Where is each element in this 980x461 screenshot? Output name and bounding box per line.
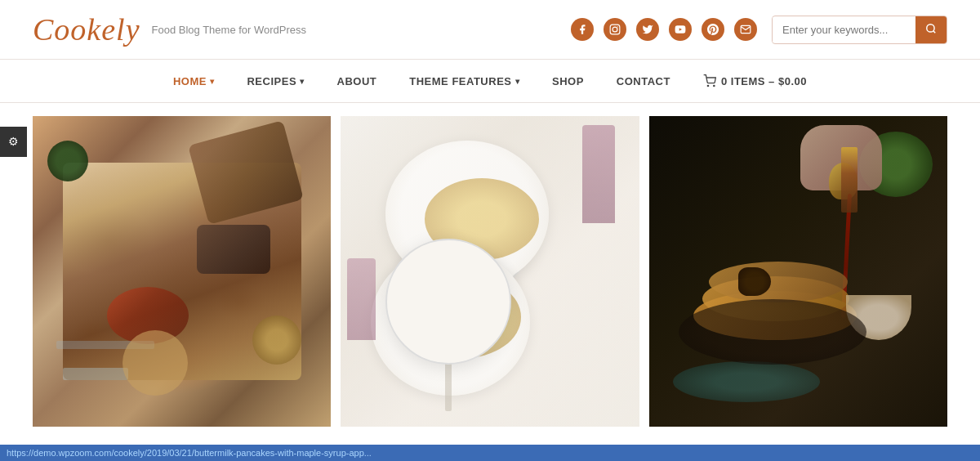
- settings-button[interactable]: ⚙: [0, 127, 27, 157]
- logo-area: Cookely Food Blog Theme for WordPress: [33, 11, 306, 47]
- social-icons: [571, 18, 757, 41]
- svg-point-7: [714, 85, 715, 86]
- svg-point-1: [612, 27, 617, 32]
- search-button[interactable]: [915, 16, 947, 43]
- nav-label-contact: CONTACT: [617, 75, 670, 87]
- nav-item-home[interactable]: HOME ▾: [157, 60, 231, 102]
- main-content: [0, 103, 980, 427]
- nav-label-about: ABOUT: [337, 75, 377, 87]
- nav-item-recipes[interactable]: RECIPES ▾: [230, 60, 320, 102]
- pinterest-icon[interactable]: [702, 18, 724, 41]
- svg-point-6: [707, 85, 708, 86]
- header-right: [571, 16, 947, 44]
- site-tagline: Food Blog Theme for WordPress: [152, 24, 307, 36]
- nav-label-home: HOME: [173, 75, 207, 87]
- site-header: Cookely Food Blog Theme for WordPress: [0, 0, 980, 59]
- nav-item-shop[interactable]: SHOP: [536, 60, 600, 102]
- cart-label: 0 ITEMS – $0.00: [721, 75, 807, 87]
- svg-point-2: [617, 26, 618, 27]
- svg-rect-0: [610, 25, 620, 34]
- nav-item-contact[interactable]: CONTACT: [600, 60, 687, 102]
- food-image-2[interactable]: [341, 116, 639, 427]
- site-logo[interactable]: Cookely: [33, 11, 140, 47]
- nav-label-shop: SHOP: [552, 75, 584, 87]
- chevron-down-icon: ▾: [210, 77, 215, 86]
- nav-label-recipes: RECIPES: [247, 75, 296, 87]
- food-image-1[interactable]: [33, 116, 331, 427]
- svg-line-5: [933, 30, 936, 33]
- food-image-3[interactable]: [649, 116, 947, 427]
- twitter-icon[interactable]: [636, 18, 659, 41]
- nav-cart[interactable]: 0 ITEMS – $0.00: [687, 60, 823, 102]
- nav-label-theme-features: THEME FEATURES: [409, 75, 511, 87]
- search-input[interactable]: [773, 17, 915, 43]
- nav-bar: HOME ▾ RECIPES ▾ ABOUT THEME FEATURES ▾ …: [0, 59, 980, 103]
- youtube-icon[interactable]: [669, 18, 692, 41]
- email-icon[interactable]: [734, 18, 757, 41]
- nav-item-about[interactable]: ABOUT: [321, 60, 394, 102]
- search-bar: [772, 16, 947, 44]
- chevron-down-icon: ▾: [300, 77, 305, 86]
- nav-item-theme-features[interactable]: THEME FEATURES ▾: [393, 60, 536, 102]
- svg-point-4: [927, 24, 934, 31]
- chevron-down-icon: ▾: [515, 77, 520, 86]
- instagram-icon[interactable]: [604, 18, 626, 41]
- facebook-icon[interactable]: [571, 18, 594, 41]
- cart-icon: [703, 74, 716, 87]
- gear-icon: ⚙: [8, 136, 19, 148]
